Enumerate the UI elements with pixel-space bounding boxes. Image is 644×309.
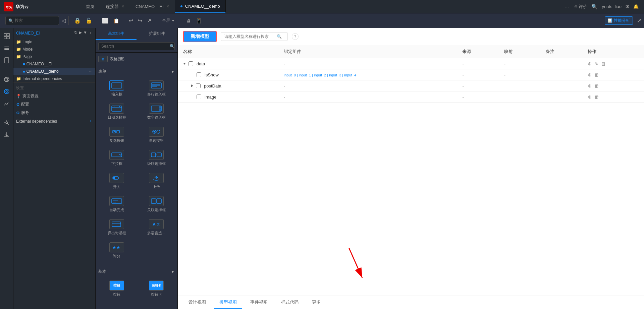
comp-item-i18n[interactable]: A文 多语言选... xyxy=(138,217,175,238)
tree-item-model[interactable]: 📁 Model xyxy=(13,46,95,53)
model-help-icon[interactable]: ? xyxy=(292,33,299,40)
tree-item-page-settings[interactable]: 📍 页面设置 xyxy=(13,92,95,100)
tab-connector[interactable]: 连接器 ✕ xyxy=(100,0,130,13)
sidebar-icon-download[interactable] xyxy=(1,129,12,140)
delete-row-data-icon[interactable]: 🗑 xyxy=(601,61,606,66)
tab-connector-close[interactable]: ✕ xyxy=(121,4,124,9)
desktop-icon[interactable]: 🖥 xyxy=(184,16,192,25)
sidebar-icon-settings[interactable] xyxy=(1,117,12,128)
sidebar-icon-logic[interactable] xyxy=(1,98,12,109)
comp-item-button-card[interactable]: 按钮卡 按钮卡 xyxy=(138,279,175,299)
share-out-icon[interactable]: ⤢ xyxy=(637,17,641,24)
eval-button[interactable]: ⊙ 评价 xyxy=(574,4,588,10)
bottom-tab-more[interactable]: 更多 xyxy=(307,297,326,309)
comp-item-textarea[interactable]: 多行输入框 xyxy=(138,78,175,99)
expand-postdata-icon[interactable] xyxy=(191,84,193,87)
comp-item-upload[interactable]: 上传 xyxy=(138,171,175,191)
comp-tab-extended[interactable]: 扩展组件 xyxy=(137,28,177,40)
delete-isshow-icon[interactable]: 🗑 xyxy=(594,72,599,77)
sidebar-icon-page[interactable] xyxy=(1,55,12,66)
basic-section-header[interactable]: 基本 ▼ xyxy=(98,267,175,276)
tab-cnameo-demo[interactable]: CNAMEO__demo xyxy=(175,0,226,13)
comp-item-number[interactable]: 数字输入框 xyxy=(138,102,175,122)
unlock-icon[interactable]: 🔓 xyxy=(84,16,94,25)
tab-home[interactable]: 首页 xyxy=(80,0,100,13)
comp-item-date[interactable]: 日期选择框 xyxy=(98,102,135,122)
tree-item-internal-deps[interactable]: 📁 Internal dependencies xyxy=(13,75,95,82)
tree-refresh-icon[interactable]: ↻ xyxy=(74,30,77,36)
tab-cnameo-ei[interactable]: CNAMEO__EI ✕ xyxy=(130,0,175,13)
form-section-header[interactable]: 表单 ▼ xyxy=(98,67,175,76)
comp-item-rating[interactable]: ★★ 评分 xyxy=(98,240,135,261)
table-row-data: data - - - ⊕ ✎ 🗑 xyxy=(178,58,644,69)
tree-item-page[interactable]: 📁 Page xyxy=(13,53,95,60)
clipboard-icon[interactable]: 📋 xyxy=(112,17,120,25)
expand-data-icon[interactable] xyxy=(183,63,186,65)
comp-item-dialog[interactable]: 弹出对话框 xyxy=(98,217,135,238)
comp-item-radio[interactable]: 单选按钮 xyxy=(138,125,175,145)
bottom-tab-model[interactable]: 模型视图 xyxy=(214,297,242,309)
sidebar-icon-layers[interactable] xyxy=(1,43,12,54)
search-button[interactable]: 🔍 xyxy=(591,4,598,10)
comp-item-autocomplete[interactable]: 自动完成 xyxy=(98,194,135,214)
comp-tab-basic[interactable]: 基本组件 xyxy=(96,28,137,40)
tab-cnameo-ei-close[interactable]: ✕ xyxy=(166,4,169,9)
comp-item-select[interactable]: 下拉框 xyxy=(98,148,135,168)
comp-item-button[interactable]: 按钮 按钮 xyxy=(98,279,135,299)
bottom-tab-event[interactable]: 事件视图 xyxy=(245,297,273,309)
add-isshow-icon[interactable]: ⊕ xyxy=(588,72,592,77)
comp-item-switch[interactable]: 开关 xyxy=(98,171,135,191)
mail-icon[interactable]: ✉ xyxy=(626,4,629,9)
delete-image-icon[interactable]: 🗑 xyxy=(594,94,599,100)
sidebar-icon-model[interactable] xyxy=(1,86,12,97)
toolbar-left: 🔍 搜索 ◁ xyxy=(3,16,69,25)
model-search-input[interactable] xyxy=(224,34,275,39)
share-icon[interactable]: ↗ xyxy=(146,16,153,25)
delete-postdata-icon[interactable]: 🗑 xyxy=(594,83,599,88)
tree-expand-icon[interactable]: ▶ xyxy=(79,30,82,36)
mobile-icon[interactable]: 📱 xyxy=(194,16,204,25)
tree-item-external-deps[interactable]: External dependencies ＋ xyxy=(13,117,95,125)
sidebar-icon-components[interactable] xyxy=(1,31,12,42)
tree-item-more[interactable]: ··· xyxy=(89,69,93,74)
undo-icon[interactable]: ↩ xyxy=(127,16,135,25)
more-button[interactable]: ... xyxy=(565,4,570,9)
component-search-input[interactable] xyxy=(98,42,175,50)
binding-link-isshow[interactable]: input_0 | input_1 | input_2 | input_3 | … xyxy=(284,73,356,77)
checkbox-data[interactable] xyxy=(189,61,193,66)
checkbox-postdata[interactable] xyxy=(196,83,201,88)
tree-item-cnameo-demo[interactable]: ■ CNAMEO__demo ··· xyxy=(13,68,95,75)
edit-row-data-icon[interactable]: ✎ xyxy=(594,61,598,66)
table-new-item[interactable]: ⊞ 表格(新) xyxy=(98,55,175,63)
comp-item-assoc[interactable]: 关联选择框 xyxy=(138,194,175,214)
comp-item-input[interactable]: 输入框 xyxy=(98,78,135,99)
performance-analysis-button[interactable]: 📊 性能分析 xyxy=(605,16,633,25)
bottom-tab-design[interactable]: 设计视图 xyxy=(183,297,211,309)
comp-item-checkbox[interactable]: 复选按钮 xyxy=(98,125,135,145)
new-model-button[interactable]: 新增模型 xyxy=(183,31,217,42)
checkbox-image[interactable] xyxy=(197,95,201,99)
tree-root-label[interactable]: CNAMEO_EI xyxy=(16,31,40,36)
tree-add-icon[interactable]: ＋ xyxy=(89,30,93,36)
add-image-icon[interactable]: ⊕ xyxy=(588,94,592,100)
add-postdata-icon[interactable]: ⊕ xyxy=(588,83,592,88)
tree-item-cnameo-ei[interactable]: ■ CNAMEO__EI xyxy=(13,60,95,68)
checkbox-isshow[interactable] xyxy=(197,72,201,77)
fullscreen-button[interactable]: 全屏 ▼ xyxy=(159,16,177,25)
tree-item-logic[interactable]: 📁 Logic xyxy=(13,38,95,46)
lock-icon[interactable]: 🔒 xyxy=(73,16,82,25)
td-remark-isshow xyxy=(540,69,582,80)
redo-icon[interactable]: ↪ xyxy=(137,16,144,25)
notification-icon[interactable]: 🔔 xyxy=(633,4,639,9)
copy-icon[interactable]: ⬜ xyxy=(101,16,110,25)
external-add-icon[interactable]: ＋ xyxy=(89,118,93,124)
tree-collapse-icon[interactable]: ▼ xyxy=(83,30,87,36)
sidebar-icon-data[interactable] xyxy=(1,74,12,85)
add-row-data-icon[interactable]: ⊕ xyxy=(588,61,592,66)
toolbar-search[interactable]: 🔍 搜索 xyxy=(5,16,59,25)
comp-item-cascade[interactable]: 级联选择框 xyxy=(138,148,175,168)
tree-item-service[interactable]: ⚙ 服务 xyxy=(13,109,95,117)
tree-item-config[interactable]: ⚙ 配置 xyxy=(13,100,95,109)
bottom-tab-style[interactable]: 样式代码 xyxy=(276,297,304,309)
toggle-panel-icon[interactable]: ◁ xyxy=(62,17,66,24)
